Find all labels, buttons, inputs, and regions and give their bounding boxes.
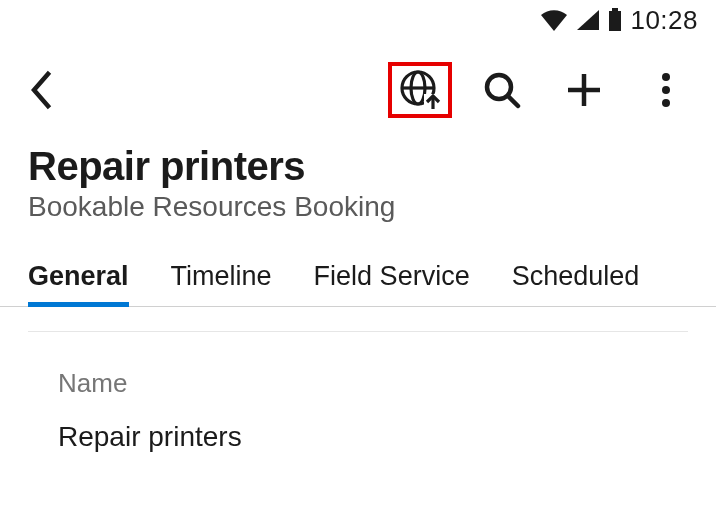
wifi-icon [540, 9, 568, 31]
back-button[interactable] [18, 66, 66, 114]
battery-icon [608, 8, 622, 32]
cellular-icon [576, 9, 600, 31]
svg-point-13 [662, 99, 670, 107]
form-section: Name Repair printers [0, 332, 716, 453]
back-icon [28, 70, 56, 110]
add-button[interactable] [552, 58, 616, 122]
tab-general[interactable]: General [28, 261, 129, 306]
title-block: Repair printers Bookable Resources Booki… [0, 140, 716, 241]
search-icon [482, 70, 522, 110]
app-bar [0, 40, 716, 140]
status-time: 10:28 [630, 5, 698, 36]
tab-bar: General Timeline Field Service Scheduled [0, 241, 716, 307]
globe-upload-button[interactable] [388, 58, 452, 122]
svg-point-12 [662, 86, 670, 94]
page-subtitle: Bookable Resources Booking [28, 191, 688, 223]
page-title: Repair printers [28, 144, 688, 189]
name-field-value[interactable]: Repair printers [58, 421, 658, 453]
svg-rect-1 [612, 8, 618, 11]
search-button[interactable] [470, 58, 534, 122]
svg-rect-0 [609, 11, 621, 31]
tab-timeline[interactable]: Timeline [171, 261, 272, 306]
name-field-label: Name [58, 368, 658, 399]
add-icon [564, 70, 604, 110]
highlight-annotation [388, 62, 452, 118]
globe-upload-icon [398, 68, 442, 112]
overflow-button[interactable] [634, 58, 698, 122]
more-vertical-icon [660, 70, 672, 110]
svg-line-8 [508, 96, 518, 106]
svg-point-11 [662, 73, 670, 81]
tab-scheduled[interactable]: Scheduled [512, 261, 640, 306]
status-bar: 10:28 [0, 0, 716, 40]
tab-field-service[interactable]: Field Service [314, 261, 470, 306]
